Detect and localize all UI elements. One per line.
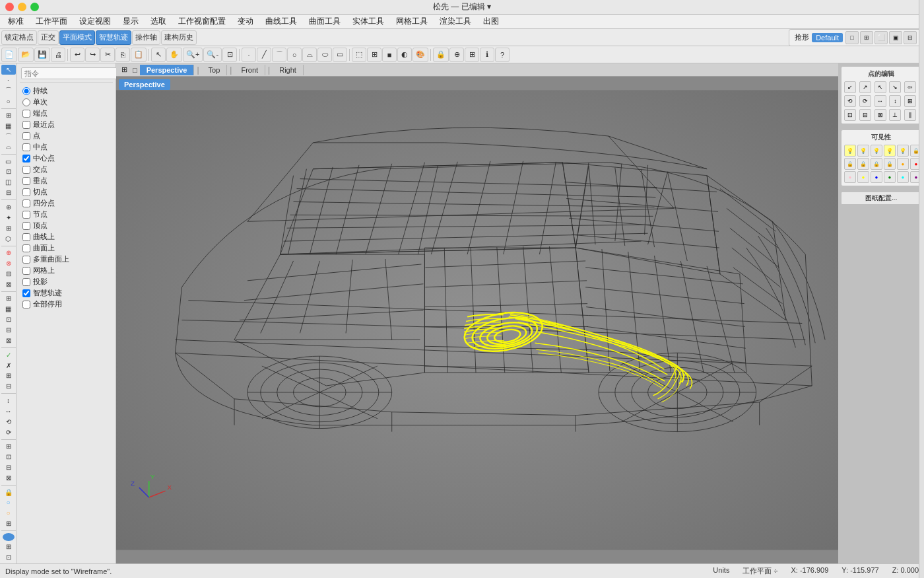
lt-t22[interactable]: ⊟ — [1, 381, 16, 391]
lt-green1[interactable]: ✓ — [1, 350, 16, 360]
snap-input-1[interactable] — [22, 98, 30, 106]
lt-t18[interactable]: ⊟ — [1, 325, 16, 335]
new-btn[interactable]: 📄 — [1, 48, 17, 62]
vis-dot-3[interactable]: ● — [844, 171, 856, 183]
lt-t23[interactable]: ↕ — [1, 396, 16, 406]
lt-t10[interactable]: ✦ — [1, 213, 16, 223]
lt-t5[interactable]: ▭ — [1, 157, 16, 166]
lt-t34[interactable]: ⊡ — [1, 552, 16, 562]
lt-t32[interactable]: ⊞ — [1, 519, 16, 528]
snap-option-1[interactable]: 单次 — [22, 96, 110, 108]
paste-btn[interactable]: 📋 — [131, 48, 147, 62]
layout-config-btn[interactable]: 图纸配置... — [841, 192, 921, 205]
vp-tab-perspective[interactable]: Perspective — [140, 65, 195, 75]
menu-item-10[interactable]: 网格工具 — [391, 15, 433, 28]
vis-light-4[interactable]: 💡 — [884, 145, 896, 157]
smart-track-btn[interactable]: 智慧轨迹 — [96, 30, 131, 45]
menu-item-12[interactable]: 出图 — [478, 15, 504, 28]
snap-option-12[interactable]: 顶点 — [22, 220, 110, 231]
pe-btn-3[interactable]: ↖ — [874, 81, 886, 93]
surface-btn[interactable]: ⬚ — [352, 48, 366, 62]
vp-tab-top[interactable]: Top — [202, 65, 228, 75]
vis-dot-5[interactable]: ● — [871, 171, 882, 183]
mesh-btn[interactable]: ⊞ — [367, 48, 381, 62]
pe-btn-8[interactable]: ↔ — [874, 95, 886, 107]
lt-t20[interactable]: ✗ — [1, 361, 16, 371]
pe-btn-7[interactable]: ⟳ — [859, 95, 871, 107]
snap-input-8[interactable] — [22, 177, 30, 185]
circle-btn[interactable]: ○ — [287, 48, 302, 62]
lt-t11[interactable]: ⊞ — [1, 223, 16, 233]
lt-t25[interactable]: ⟲ — [1, 417, 16, 427]
copy-btn[interactable]: ⎘ — [116, 48, 130, 62]
snap-option-2[interactable]: 端点 — [22, 108, 110, 119]
lt-t15[interactable]: ⊞ — [1, 293, 16, 303]
snap-mode[interactable]: Default — [812, 33, 843, 42]
lt-sphere[interactable] — [3, 533, 15, 541]
save-btn[interactable]: 💾 — [34, 48, 50, 62]
lt-t17[interactable]: ⊡ — [1, 314, 16, 324]
lt-point[interactable]: · — [1, 75, 16, 85]
snap-btn[interactable]: ⊕ — [449, 48, 464, 62]
pe-btn-14[interactable]: ⊥ — [889, 109, 901, 121]
rect-btn[interactable]: ▭ — [333, 48, 347, 62]
menu-item-5[interactable]: 工作视窗配置 — [173, 15, 231, 28]
grid-btn[interactable]: ⊞ — [465, 48, 479, 62]
vis-light-3[interactable]: 💡 — [871, 145, 882, 157]
menu-item-9[interactable]: 实体工具 — [347, 15, 389, 28]
lt-t31[interactable]: 🔒 — [1, 488, 16, 497]
vis-lock-5[interactable]: 🔒 — [884, 158, 896, 170]
print-btn[interactable]: 🖨 — [51, 48, 65, 62]
texture-btn[interactable]: 🎨 — [412, 48, 428, 62]
vis-light-2[interactable]: 💡 — [857, 145, 869, 157]
lock-btn[interactable]: 🔒 — [433, 48, 449, 62]
snap-icon-2[interactable]: ⊞ — [860, 31, 873, 44]
lt-select[interactable]: ↖ — [1, 65, 16, 75]
pe-btn-10[interactable]: ⊞ — [904, 95, 916, 107]
lt-curve[interactable]: ⌒ — [1, 86, 16, 96]
line-btn[interactable]: ╱ — [257, 48, 271, 62]
snap-input-16[interactable] — [22, 267, 30, 275]
undo-btn[interactable]: ↩ — [70, 48, 84, 62]
lt-t2[interactable]: ▦ — [1, 121, 16, 131]
status-workplane[interactable]: 工作平面 ÷ — [742, 566, 777, 576]
lock-grid-btn[interactable]: 锁定格点 — [1, 30, 37, 45]
info-btn[interactable]: ℹ — [480, 48, 494, 62]
lt-t7[interactable]: ◫ — [1, 177, 16, 187]
lt-red1[interactable]: ⊕ — [1, 248, 16, 258]
vp-grid-icon[interactable]: ⊞ — [119, 64, 130, 75]
lt-t13[interactable]: ⊟ — [1, 269, 16, 279]
menu-item-4[interactable]: 选取 — [145, 15, 172, 28]
lt-t30[interactable]: ⊠ — [1, 473, 16, 483]
redo-btn[interactable]: ↪ — [85, 48, 100, 62]
snap-input-19[interactable] — [22, 301, 30, 308]
snap-option-7[interactable]: 交点 — [22, 164, 110, 175]
vp-tab-front[interactable]: Front — [234, 65, 265, 75]
viewport-content[interactable]: Perspective — [116, 77, 838, 563]
window-controls[interactable] — [5, 3, 39, 11]
vis-dot-7[interactable]: ● — [897, 171, 909, 183]
lt-blue1[interactable]: ○ — [1, 497, 16, 507]
zoom-in-btn[interactable]: 🔍+ — [183, 48, 203, 62]
lt-t3[interactable]: ⌒ — [1, 131, 16, 141]
vis-dot-1[interactable]: ● — [897, 158, 909, 170]
menu-item-2[interactable]: 设定视图 — [74, 15, 116, 28]
menu-item-0[interactable]: 标准 — [3, 15, 29, 28]
pe-btn-15[interactable]: ∥ — [904, 109, 916, 121]
zoom-out-btn[interactable]: 🔍- — [203, 48, 222, 62]
pe-btn-2[interactable]: ↗ — [859, 81, 871, 93]
snap-option-5[interactable]: 中点 — [22, 141, 110, 153]
snap-input-2[interactable] — [22, 110, 30, 118]
lt-red2[interactable]: ⊗ — [1, 258, 16, 268]
snap-icon-4[interactable]: ▣ — [889, 31, 902, 44]
lt-t4[interactable]: ⌓ — [1, 142, 16, 152]
snap-input-11[interactable] — [22, 211, 30, 219]
snap-input-0[interactable] — [22, 87, 30, 95]
snap-option-13[interactable]: 曲线上 — [22, 231, 110, 242]
snap-input-6[interactable] — [22, 155, 30, 163]
snap-input-3[interactable] — [22, 121, 30, 129]
lt-circle[interactable]: ○ — [1, 96, 16, 106]
pe-btn-1[interactable]: ↙ — [844, 81, 856, 93]
snap-option-15[interactable]: 多重曲面上 — [22, 254, 110, 265]
vis-lock-3[interactable]: 🔒 — [857, 158, 869, 170]
